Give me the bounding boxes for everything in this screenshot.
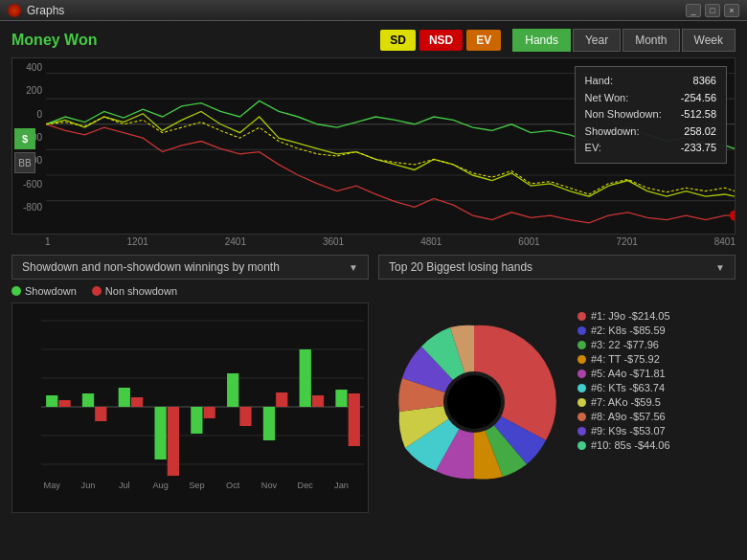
legend-dot-1 — [577, 312, 586, 321]
non-showdown-legend-dot — [92, 286, 102, 296]
page-title: Money Won — [11, 32, 380, 49]
svg-rect-29 — [239, 407, 251, 426]
x-label-4801: 4801 — [420, 236, 441, 247]
legend-item-5: #5: A4o -$71.81 — [577, 368, 670, 379]
legend-label-8: #8: A9o -$57.56 — [591, 411, 666, 422]
svg-rect-22 — [119, 388, 130, 407]
end-marker — [730, 211, 735, 221]
chart-canvas: Hand: 8366 Net Won: -254.56 Non Showdown… — [46, 58, 735, 234]
tooltip-hand: 8366 — [693, 73, 716, 90]
legend-label-7: #7: AKo -$59.5 — [591, 396, 661, 408]
svg-text:Nov: Nov — [261, 481, 278, 490]
legend-item-1: #1: J9o -$214.05 — [577, 310, 670, 322]
legend-item-4: #4: TT -$75.92 — [577, 353, 670, 365]
dollar-button[interactable]: $ — [14, 128, 35, 149]
window-controls[interactable]: _ □ × — [686, 4, 739, 17]
title-bar: Graphs _ □ × — [0, 0, 747, 21]
showdown-legend-dot — [11, 286, 21, 296]
legend-item-10: #10: 85s -$44.06 — [577, 439, 670, 451]
x-label-3601: 3601 — [323, 236, 344, 247]
svg-text:May: May — [44, 481, 61, 490]
close-button[interactable]: × — [724, 4, 739, 17]
hands-button[interactable]: Hands — [512, 29, 571, 52]
ev-button[interactable]: EV — [466, 30, 501, 51]
svg-text:Sep: Sep — [189, 481, 204, 490]
svg-rect-19 — [58, 400, 70, 407]
sd-button[interactable]: SD — [380, 30, 416, 51]
legend-label-10: #10: 85s -$44.06 — [591, 439, 670, 451]
left-dropdown[interactable]: Showdown and non-showdown winnings by mo… — [11, 255, 369, 280]
non-showdown-legend: Non showdown — [92, 285, 177, 297]
y-label-n600: -600 — [14, 179, 42, 190]
legend-dot-4 — [577, 355, 586, 364]
svg-rect-23 — [131, 397, 143, 407]
bb-button[interactable]: BB — [14, 152, 35, 173]
week-button[interactable]: Week — [682, 29, 736, 52]
legend-dot-7 — [577, 398, 586, 407]
y-label-400: 400 — [14, 62, 42, 73]
tooltip-net-won: -254.56 — [681, 90, 716, 107]
legend-label-6: #6: KTs -$63.74 — [591, 382, 665, 393]
x-label-1: 1 — [45, 236, 51, 247]
legend-dot-3 — [577, 341, 586, 349]
non-showdown-legend-label: Non showdown — [105, 285, 177, 297]
top-bar: Money Won SD NSD EV Hands Year Month Wee… — [11, 29, 736, 52]
svg-rect-30 — [263, 407, 275, 440]
showdown-legend: Showdown — [11, 285, 77, 297]
svg-rect-32 — [300, 349, 311, 407]
chart-type-buttons: SD NSD EV — [380, 30, 501, 51]
minimize-button[interactable]: _ — [686, 4, 701, 17]
pie-chart — [378, 306, 570, 498]
window-title: Graphs — [27, 4, 686, 17]
legend-label-2: #2: K8s -$85.59 — [591, 325, 666, 336]
legend-label-1: #1: J9o -$214.05 — [591, 310, 670, 322]
legend-item-3: #3: 22 -$77.96 — [577, 339, 670, 350]
legend-dot-10 — [577, 441, 586, 450]
tooltip-ev: -233.75 — [681, 140, 716, 157]
svg-text:Jul: Jul — [119, 481, 130, 490]
x-label-2401: 2401 — [225, 236, 246, 247]
svg-point-47 — [447, 375, 501, 429]
maximize-button[interactable]: □ — [705, 4, 720, 17]
svg-text:Oct: Oct — [226, 481, 240, 490]
legend-label-3: #3: 22 -$77.96 — [591, 339, 659, 350]
month-button[interactable]: Month — [622, 29, 679, 52]
svg-rect-21 — [95, 407, 106, 421]
svg-rect-24 — [154, 407, 166, 459]
time-filter-buttons: Hands Year Month Week — [512, 29, 736, 52]
chart-tooltip: Hand: 8366 Net Won: -254.56 Non Showdown… — [575, 66, 727, 164]
svg-text:Aug: Aug — [152, 481, 168, 490]
svg-rect-25 — [168, 407, 179, 476]
svg-rect-20 — [82, 393, 94, 407]
right-dropdown[interactable]: Top 20 Biggest losing hands ▼ — [378, 255, 736, 280]
y-label-0: 0 — [14, 109, 42, 120]
left-panel: Showdown and non-showdown winnings by mo… — [11, 255, 369, 513]
svg-rect-18 — [46, 395, 57, 407]
showdown-legend-label: Showdown — [25, 285, 77, 297]
legend-item-7: #7: AKo -$59.5 — [577, 396, 670, 408]
nsd-button[interactable]: NSD — [419, 30, 463, 51]
svg-rect-33 — [312, 395, 324, 407]
bar-chart-legend: Showdown Non showdown — [11, 285, 369, 297]
legend-dot-8 — [577, 413, 586, 421]
legend-dot-9 — [577, 427, 586, 436]
x-label-6001: 6001 — [518, 236, 539, 247]
x-label-7201: 7201 — [617, 236, 638, 247]
legend-item-8: #8: A9o -$57.56 — [577, 411, 670, 422]
svg-text:Dec: Dec — [298, 481, 314, 490]
app-icon — [8, 4, 21, 17]
legend-label-5: #5: A4o -$71.81 — [591, 368, 666, 379]
svg-rect-31 — [276, 392, 287, 407]
tooltip-showdown: 258.02 — [684, 123, 716, 141]
svg-rect-28 — [227, 373, 238, 407]
legend-item-2: #2: K8s -$85.59 — [577, 325, 670, 336]
svg-text:Jan: Jan — [334, 481, 349, 490]
x-label-1201: 1201 — [127, 236, 148, 247]
legend-item-6: #6: KTs -$63.74 — [577, 382, 670, 393]
x-label-8401: 8401 — [714, 236, 736, 247]
y-label-200: 200 — [14, 85, 42, 96]
svg-rect-35 — [349, 393, 360, 446]
legend-dot-6 — [577, 384, 586, 392]
year-button[interactable]: Year — [573, 29, 621, 52]
pie-legend: #1: J9o -$214.05 #2: K8s -$85.59 #3: 22 … — [577, 306, 670, 498]
